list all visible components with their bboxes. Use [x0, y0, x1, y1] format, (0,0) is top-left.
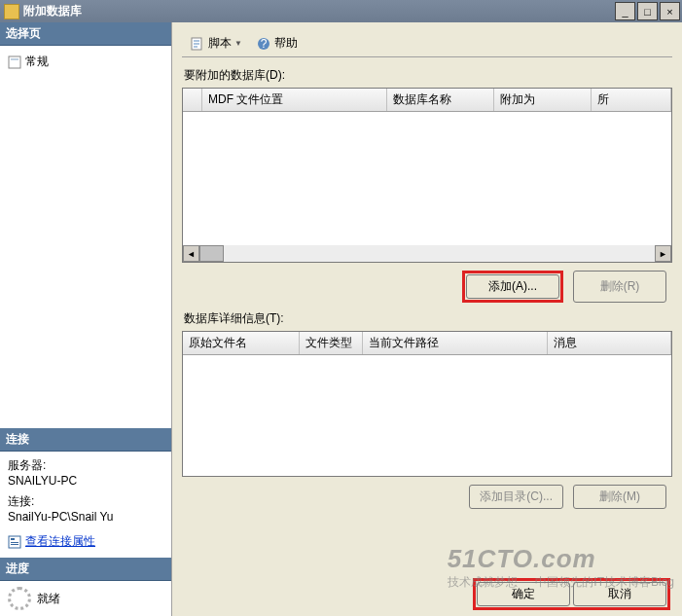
watermark-line1: 51CTO.com	[448, 544, 674, 574]
scroll-left-arrow[interactable]: ◄	[183, 245, 199, 262]
scroll-right-arrow[interactable]: ►	[655, 245, 671, 262]
scroll-thumb[interactable]	[199, 245, 224, 262]
connection-body: 服务器: SNAILYU-PC 连接: SnailYu-PC\Snail Yu …	[0, 452, 171, 558]
col-owner[interactable]: 所	[592, 89, 671, 111]
col-file-type[interactable]: 文件类型	[300, 332, 363, 354]
cancel-button[interactable]: 取消	[573, 582, 666, 606]
attach-buttons-row: 添加(A)... 删除(R)	[182, 271, 666, 303]
sidebar: 选择页 常规 连接 服务器: SNAILYU-PC 连接: SnailYu-PC…	[0, 22, 172, 616]
connection-label: 连接:	[8, 493, 163, 510]
attach-db-header: MDF 文件位置 数据库名称 附加为 所	[183, 89, 671, 112]
svg-rect-3	[11, 538, 15, 540]
select-page-body: 常规	[0, 46, 171, 78]
horizontal-scrollbar[interactable]: ◄ ►	[183, 245, 671, 262]
window-title: 附加数据库	[23, 3, 615, 19]
svg-rect-1	[11, 58, 18, 60]
minimize-button[interactable]: _	[615, 2, 635, 20]
add-button[interactable]: 添加(A)...	[466, 274, 559, 299]
server-value: SNAILYU-PC	[8, 474, 163, 488]
content-area: 脚本 ▼ ? 帮助 要附加的数据库(D): MDF 文件位置 数据库名称 附加为…	[172, 22, 682, 616]
col-mdf-location[interactable]: MDF 文件位置	[202, 89, 387, 111]
add-button-highlight: 添加(A)...	[462, 271, 563, 303]
window-buttons: _ □ ×	[615, 2, 680, 20]
maximize-button[interactable]: □	[637, 2, 658, 20]
sidebar-general-label: 常规	[25, 54, 49, 70]
remove-m-button[interactable]: 删除(M)	[573, 485, 666, 509]
ok-cancel-highlight: 确定 取消	[473, 578, 670, 610]
connection-value: SnailYu-PC\Snail Yu	[8, 510, 163, 524]
server-label: 服务器:	[8, 457, 163, 474]
title-bar: 附加数据库 _ □ ×	[0, 0, 682, 22]
help-label: 帮助	[274, 35, 298, 52]
script-label: 脚本	[208, 35, 232, 52]
help-button[interactable]: ? 帮助	[252, 33, 302, 54]
attach-db-label: 要附加的数据库(D):	[184, 67, 672, 84]
progress-status: 就绪	[37, 591, 60, 607]
progress-body: 就绪	[0, 581, 171, 616]
svg-text:?: ?	[261, 37, 268, 51]
connection-header: 连接	[0, 428, 171, 452]
attach-db-table: MDF 文件位置 数据库名称 附加为 所 ◄ ►	[182, 88, 672, 263]
scroll-track[interactable]	[224, 245, 655, 262]
sidebar-item-general[interactable]: 常规	[8, 52, 163, 72]
details-label: 数据库详细信息(T):	[184, 310, 672, 327]
view-props-link[interactable]: 查看连接属性	[25, 533, 95, 550]
main-area: 选择页 常规 连接 服务器: SNAILYU-PC 连接: SnailYu-PC…	[0, 22, 682, 616]
svg-rect-4	[11, 542, 18, 543]
properties-icon	[8, 535, 21, 549]
svg-rect-5	[11, 544, 18, 545]
svg-rect-0	[9, 56, 20, 68]
col-attach-as[interactable]: 附加为	[494, 89, 592, 111]
sidebar-spacer	[0, 78, 171, 428]
col-selector[interactable]	[183, 89, 202, 111]
col-db-name[interactable]: 数据库名称	[387, 89, 494, 111]
details-buttons-row: 添加目录(C)... 删除(M)	[182, 485, 666, 509]
details-table: 原始文件名 文件类型 当前文件路径 消息	[182, 331, 672, 477]
view-connection-properties[interactable]: 查看连接属性	[8, 531, 163, 552]
col-orig-filename[interactable]: 原始文件名	[183, 332, 300, 354]
select-page-header: 选择页	[0, 22, 171, 46]
help-icon: ?	[256, 36, 271, 52]
remove-button[interactable]: 删除(R)	[573, 271, 666, 303]
progress-header: 进度	[0, 558, 171, 581]
progress-spinner-icon	[8, 587, 31, 610]
col-current-path[interactable]: 当前文件路径	[363, 332, 548, 354]
page-icon	[8, 55, 21, 69]
script-button[interactable]: 脚本 ▼	[186, 33, 246, 54]
col-message[interactable]: 消息	[548, 332, 671, 354]
app-icon	[4, 4, 19, 19]
chevron-down-icon: ▼	[234, 39, 242, 48]
script-icon	[190, 36, 205, 52]
ok-button[interactable]: 确定	[477, 582, 570, 606]
details-header: 原始文件名 文件类型 当前文件路径 消息	[183, 332, 671, 355]
dialog-footer: 确定 取消	[473, 578, 670, 610]
close-button[interactable]: ×	[660, 2, 680, 20]
toolbar: 脚本 ▼ ? 帮助	[182, 30, 672, 57]
add-directory-button[interactable]: 添加目录(C)...	[469, 485, 563, 509]
